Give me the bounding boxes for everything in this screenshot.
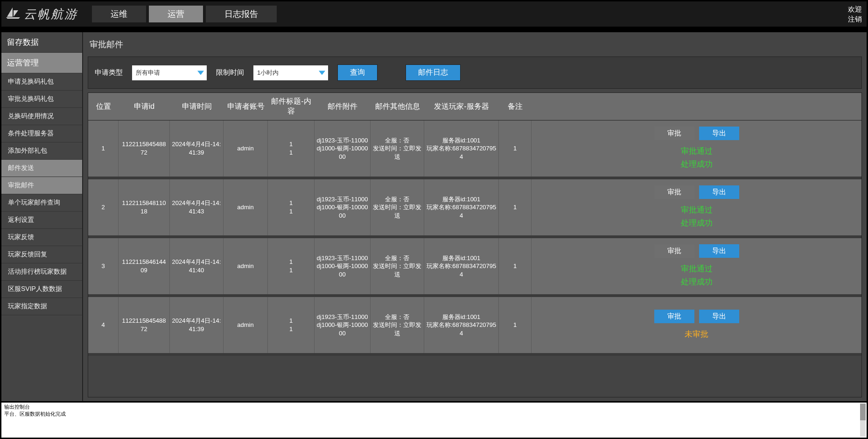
th-5: 邮件附件 <box>315 93 371 120</box>
sidebar-item-8[interactable]: 返利设置 <box>1 212 82 229</box>
query-button[interactable]: 查询 <box>337 64 378 81</box>
table-row: 11122115845488722024年4月4日-14:41:39admin1… <box>88 120 861 179</box>
nav-tab-1[interactable]: 运营 <box>149 6 203 22</box>
cell: 112211584811018 <box>119 179 170 235</box>
cell: 全服：否发送时间：立即发送 <box>371 179 424 235</box>
status-text: 处理成功 <box>681 217 713 229</box>
th-actions <box>532 93 861 120</box>
status-text: 处理成功 <box>681 158 713 170</box>
cell: 1 <box>499 297 532 353</box>
cell: 1 <box>499 238 532 294</box>
filter-limit-select[interactable]: 1小时内 <box>253 65 328 80</box>
sidebar: 留存数据运营管理 申请兑换码礼包审批兑换码礼包兑换码使用情况条件处理服务器添加外… <box>1 32 83 401</box>
table-wrap[interactable]: 位置申请id申请时间申请者账号邮件标题-内容邮件附件邮件其他信息发送玩家-服务器… <box>88 92 862 397</box>
approve-button[interactable]: 审批 <box>654 127 694 140</box>
scrollbar-thumb[interactable] <box>860 404 866 420</box>
console-panel: 输出控制台 平台、区服数据初始化完成 <box>1 401 867 438</box>
cell: 全服：否发送时间：立即发送 <box>371 120 424 177</box>
cell: 11 <box>268 297 315 353</box>
export-button[interactable]: 导出 <box>699 244 739 258</box>
cell: dj1923-玉币-11000dj1000-银两-1000000 <box>315 179 371 235</box>
console-line: 输出控制台 <box>4 404 864 411</box>
chevron-down-icon <box>319 71 325 75</box>
sidebar-item-3[interactable]: 条件处理服务器 <box>1 125 82 142</box>
cell: 服务器id:1001玩家名称:68788347207954 <box>424 120 499 177</box>
table-row: 41122115845488722024年4月4日-14:41:39admin1… <box>88 297 861 356</box>
filter-panel: 申请类型 所有申请 限制时间 1小时内 查询 邮件日志 <box>88 57 862 89</box>
cell: 3 <box>88 238 119 294</box>
th-1: 申请id <box>119 93 170 120</box>
sidebar-item-1[interactable]: 审批兑换码礼包 <box>1 91 82 108</box>
logo: 云帆航游 <box>6 6 78 22</box>
th-3: 申请者账号 <box>224 93 268 120</box>
status-text: 审批通过 <box>681 262 713 275</box>
cell: 112211584548872 <box>119 297 170 353</box>
approval-table: 位置申请id申请时间申请者账号邮件标题-内容邮件附件邮件其他信息发送玩家-服务器… <box>88 93 861 356</box>
cell: 2024年4月4日-14:41:43 <box>170 179 224 235</box>
cell: 服务器id:1001玩家名称:68788347207954 <box>424 238 499 294</box>
cell: dj1923-玉币-11000dj1000-银两-1000000 <box>315 238 371 294</box>
cell: 1 <box>88 120 119 177</box>
cell: 1 <box>499 120 532 177</box>
th-8: 备注 <box>499 93 532 120</box>
header-right: 欢迎 注销 <box>848 4 862 24</box>
sidebar-item-13[interactable]: 玩家指定数据 <box>1 298 82 315</box>
export-button[interactable]: 导出 <box>699 127 739 140</box>
status-text: 审批通过 <box>681 204 713 216</box>
filter-limit-value: 1小时内 <box>257 69 279 77</box>
cell: 2024年4月4日-14:41:39 <box>170 120 224 177</box>
sidebar-item-9[interactable]: 玩家反馈 <box>1 229 82 246</box>
sail-icon <box>6 7 20 22</box>
status-text: 审批通过 <box>681 145 713 157</box>
sidebar-item-5[interactable]: 邮件发送 <box>1 160 82 177</box>
cell: 全服：否发送时间：立即发送 <box>371 238 424 294</box>
actions-cell: 审批导出审批通过处理成功 <box>532 238 861 294</box>
th-0: 位置 <box>88 93 119 120</box>
cell: 服务器id:1001玩家名称:68788347207954 <box>424 179 499 235</box>
export-button[interactable]: 导出 <box>699 185 739 199</box>
actions-cell: 审批导出审批通过处理成功 <box>532 179 861 235</box>
console-line: 平台、区服数据初始化完成 <box>4 411 864 418</box>
actions-cell: 审批导出审批通过处理成功 <box>532 120 861 177</box>
th-2: 申请时间 <box>170 93 224 120</box>
sidebar-item-12[interactable]: 区服SVIP人数数据 <box>1 281 82 298</box>
cell: admin <box>224 297 268 353</box>
cell: 1 <box>499 179 532 235</box>
status-text: 未审批 <box>685 328 708 340</box>
filter-type-value: 所有申请 <box>136 69 160 77</box>
sidebar-section-1[interactable]: 运营管理 <box>1 53 82 73</box>
page-title: 审批邮件 <box>88 36 862 57</box>
status-text: 处理成功 <box>681 276 713 288</box>
nav-tabs: 运维运营日志报告 <box>92 6 277 22</box>
sidebar-menu: 申请兑换码礼包审批兑换码礼包兑换码使用情况条件处理服务器添加外部礼包邮件发送审批… <box>1 73 82 401</box>
sidebar-section-0[interactable]: 留存数据 <box>1 32 82 53</box>
logo-text: 云帆航游 <box>24 6 78 22</box>
welcome-label: 欢迎 <box>848 4 862 14</box>
cell: admin <box>224 238 268 294</box>
approve-button[interactable]: 审批 <box>654 244 694 258</box>
sidebar-item-11[interactable]: 活动排行榜玩家数据 <box>1 263 82 281</box>
nav-tab-2[interactable]: 日志报告 <box>206 6 277 22</box>
filter-type-select[interactable]: 所有申请 <box>132 65 207 80</box>
cell: 2 <box>88 179 119 235</box>
cell: admin <box>224 120 268 177</box>
approve-button[interactable]: 审批 <box>654 185 694 199</box>
sidebar-item-7[interactable]: 单个玩家邮件查询 <box>1 194 82 212</box>
th-4: 邮件标题-内容 <box>268 93 315 120</box>
sidebar-item-4[interactable]: 添加外部礼包 <box>1 142 82 160</box>
logout-link[interactable]: 注销 <box>848 14 862 24</box>
sidebar-item-10[interactable]: 玩家反馈回复 <box>1 246 82 263</box>
cell: 2024年4月4日-14:41:40 <box>170 238 224 294</box>
table-row: 21122115848110182024年4月4日-14:41:43admin1… <box>88 179 861 238</box>
cell: 服务器id:1001玩家名称:68788347207954 <box>424 297 499 353</box>
mail-log-button[interactable]: 邮件日志 <box>406 64 461 81</box>
filter-limit-label: 限制时间 <box>216 68 244 77</box>
nav-tab-0[interactable]: 运维 <box>92 6 146 22</box>
cell: dj1923-玉币-11000dj1000-银两-1000000 <box>315 297 371 353</box>
export-button[interactable]: 导出 <box>699 310 739 323</box>
approve-button[interactable]: 审批 <box>654 310 694 323</box>
sidebar-item-2[interactable]: 兑换码使用情况 <box>1 108 82 125</box>
sidebar-item-0[interactable]: 申请兑换码礼包 <box>1 73 82 91</box>
sidebar-item-6[interactable]: 审批邮件 <box>1 177 82 194</box>
main-panel: 审批邮件 申请类型 所有申请 限制时间 1小时内 查询 邮件日志 位置申请id申… <box>83 32 867 401</box>
